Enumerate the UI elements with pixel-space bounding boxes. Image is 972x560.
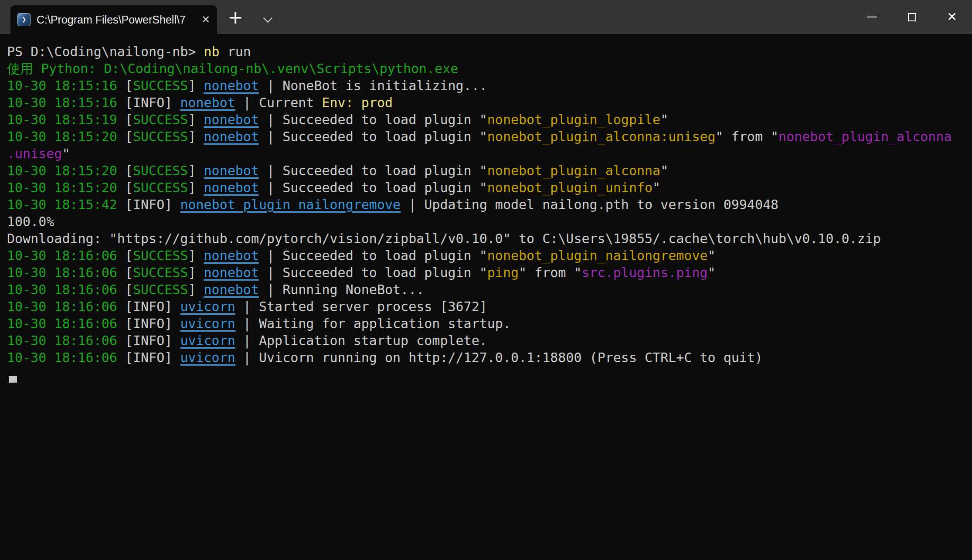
tab-powershell[interactable]: ❯ C:\Program Files\PowerShell\7 ✕	[10, 5, 217, 34]
logger-link[interactable]: uvicorn	[180, 299, 235, 314]
log-text: 10-30 18:15:20	[7, 163, 125, 178]
terminal-line: 10-30 18:15:16 [SUCCESS] nonebot | NoneB…	[7, 77, 968, 94]
log-text: nonebot_plugin_alconna	[487, 163, 660, 178]
terminal-line: 10-30 18:16:06 [INFO] uvicorn | Waiting …	[7, 315, 968, 332]
new-tab-button[interactable]: +	[226, 9, 245, 28]
log-text: | Running NoneBot...	[259, 282, 424, 297]
log-text: [INFO]	[125, 333, 180, 348]
log-text: SUCCESS	[133, 180, 188, 195]
log-text: nb	[204, 44, 220, 59]
log-text: "	[708, 265, 716, 280]
log-text: "	[653, 180, 660, 195]
logger-link[interactable]: nonebot	[204, 163, 259, 178]
tab-bar-divider	[252, 10, 252, 25]
log-text: ]	[188, 248, 204, 263]
title-bar[interactable]: ❯ C:\Program Files\PowerShell\7 ✕ + ✕	[0, 0, 972, 34]
log-text: [INFO]	[125, 316, 180, 331]
log-text: | Succeeded to load plugin "	[259, 248, 487, 263]
logger-link[interactable]: nonebot	[204, 129, 259, 144]
log-text: | Succeeded to load plugin "	[259, 112, 487, 127]
logger-link[interactable]: uvicorn	[180, 350, 235, 365]
log-text: SUCCESS	[133, 112, 188, 127]
terminal-line: 10-30 18:15:16 [INFO] nonebot | Current …	[7, 94, 968, 111]
close-icon: ✕	[947, 11, 957, 23]
terminal-line: 10-30 18:15:19 [SUCCESS] nonebot | Succe…	[7, 111, 968, 128]
terminal-line: .uniseg"	[7, 145, 968, 162]
terminal-line: 10-30 18:16:06 [SUCCESS] nonebot | Succe…	[7, 247, 968, 264]
terminal-line: 10-30 18:16:06 [SUCCESS] nonebot | Succe…	[7, 264, 968, 281]
log-text: [	[125, 265, 133, 280]
log-text: 10-30 18:15:16	[7, 78, 125, 93]
log-text: nonebot_plugin_alconna:uniseg	[487, 129, 716, 144]
log-text: ]	[188, 265, 204, 280]
log-text: 10-30 18:15:20	[7, 129, 125, 144]
log-text: 100.0%	[7, 214, 54, 229]
log-text: 10-30 18:15:16	[7, 95, 125, 110]
logger-link[interactable]: nonebot	[204, 282, 259, 297]
log-text: | Current	[235, 95, 322, 110]
log-text: SUCCESS	[133, 265, 188, 280]
log-text: SUCCESS	[133, 163, 188, 178]
tab-title: C:\Program Files\PowerShell\7	[37, 14, 195, 26]
log-text: nonebot_plugin_alconna	[778, 129, 952, 144]
log-text: | Succeeded to load plugin "	[259, 265, 487, 280]
log-text: 10-30 18:16:06	[7, 350, 125, 365]
log-text: nonebot_plugin_uninfo	[487, 180, 653, 195]
terminal-line: PS D:\Coding\nailong-nb> nb run	[7, 43, 968, 60]
logger-link[interactable]: nonebot	[204, 180, 259, 195]
logger-link[interactable]: nonebot	[180, 95, 235, 110]
log-text: " from "	[716, 129, 779, 144]
powershell-icon: ❯	[17, 13, 31, 26]
terminal-line: 10-30 18:16:06 [SUCCESS] nonebot | Runni…	[7, 281, 968, 298]
terminal-window: ❯ C:\Program Files\PowerShell\7 ✕ + ✕ PS…	[0, 0, 972, 560]
log-text: 10-30 18:16:06	[7, 282, 125, 297]
logger-link[interactable]: nonebot	[204, 248, 259, 263]
log-text: Env: prod	[322, 95, 393, 110]
log-text: ]	[188, 112, 204, 127]
logger-link[interactable]: nonebot	[204, 265, 259, 280]
log-text: | Succeeded to load plugin "	[259, 129, 487, 144]
log-text: 10-30 18:16:06	[7, 248, 125, 263]
log-text: 10-30 18:16:06	[7, 265, 125, 280]
terminal-line: 10-30 18:16:06 [INFO] uvicorn | Started …	[7, 298, 968, 315]
log-text: | Waiting for application startup.	[235, 316, 511, 331]
plus-icon: +	[228, 7, 243, 28]
minimize-button[interactable]	[852, 0, 892, 34]
terminal-line: 10-30 18:15:42 [INFO] nonebot_plugin_nai…	[7, 196, 968, 213]
log-text: SUCCESS	[133, 248, 188, 263]
log-text: ]	[188, 78, 204, 93]
window-close-button[interactable]: ✕	[932, 0, 972, 34]
terminal-content[interactable]: PS D:\Coding\nailong-nb> nb run使用 Python…	[0, 34, 972, 560]
log-text: [	[125, 248, 133, 263]
terminal-line: 10-30 18:15:20 [SUCCESS] nonebot | Succe…	[7, 128, 968, 145]
terminal-cursor	[9, 376, 17, 383]
minimize-icon	[867, 17, 877, 17]
log-text: [	[125, 78, 133, 93]
log-text: | Succeeded to load plugin "	[259, 163, 487, 178]
logger-link[interactable]: nonebot	[204, 112, 259, 127]
logger-link[interactable]: nonebot	[204, 78, 259, 93]
log-text: PS D:\Coding\nailong-nb>	[7, 44, 204, 59]
logger-link[interactable]: uvicorn	[180, 316, 235, 331]
log-text: run	[220, 44, 251, 59]
log-text: | Succeeded to load plugin "	[259, 180, 487, 195]
terminal-line: 10-30 18:16:06 [INFO] uvicorn | Uvicorn …	[7, 349, 968, 366]
terminal-output: PS D:\Coding\nailong-nb> nb run使用 Python…	[7, 43, 968, 366]
close-tab-icon[interactable]: ✕	[201, 14, 210, 25]
log-text: 10-30 18:15:20	[7, 180, 125, 195]
log-text: .uniseg	[7, 146, 62, 161]
terminal-line: 10-30 18:15:20 [SUCCESS] nonebot | Succe…	[7, 179, 968, 196]
logger-link[interactable]: uvicorn	[180, 333, 235, 348]
log-text: [INFO]	[125, 95, 180, 110]
log-text: 10-30 18:16:06	[7, 316, 125, 331]
terminal-line: 10-30 18:16:06 [INFO] uvicorn | Applicat…	[7, 332, 968, 349]
maximize-button[interactable]	[892, 0, 932, 34]
log-text: [INFO]	[125, 299, 180, 314]
log-text: ping	[487, 265, 519, 280]
terminal-line: 10-30 18:15:20 [SUCCESS] nonebot | Succe…	[7, 162, 968, 179]
tab-dropdown-button[interactable]	[259, 11, 276, 29]
log-text: ]	[188, 129, 204, 144]
logger-link[interactable]: nonebot_plugin_nailongremove	[180, 197, 401, 212]
log-text: 10-30 18:15:19	[7, 112, 125, 127]
log-text: | Uvicorn running on http://127.0.0.1:18…	[235, 350, 763, 365]
